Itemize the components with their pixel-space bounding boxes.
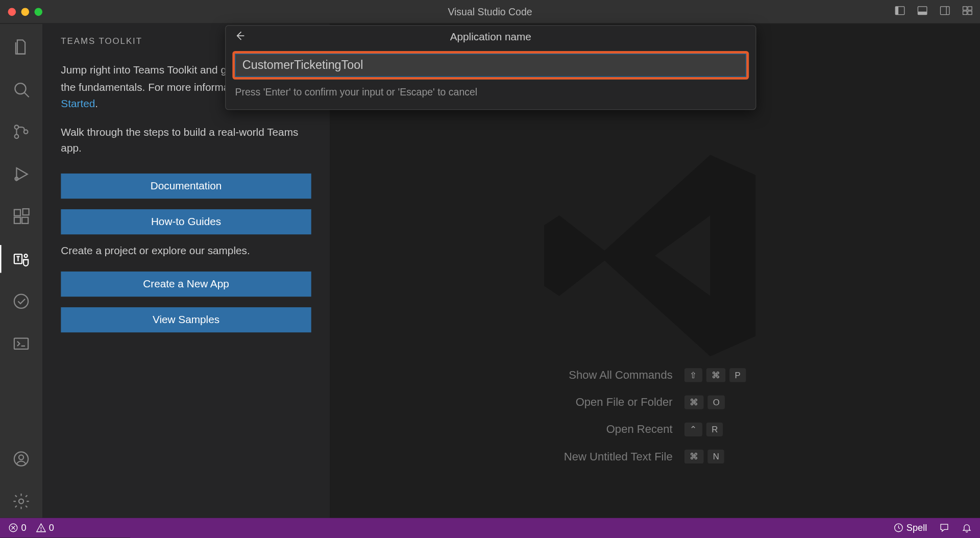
activity-bar: [0, 24, 42, 518]
svg-point-12: [15, 125, 19, 129]
quickpick-hint: Press 'Enter' to confirm your input or '…: [226, 82, 755, 97]
teams-toolkit-icon[interactable]: [0, 242, 42, 276]
window-title: Visual Studio Code: [448, 6, 532, 17]
svg-point-10: [15, 83, 26, 94]
status-errors[interactable]: 0: [8, 523, 27, 533]
shortcut-keys: ⌘ N: [684, 450, 746, 463]
svg-rect-1: [895, 6, 898, 14]
toggle-secondary-sidebar-icon[interactable]: [939, 4, 951, 19]
todo-icon[interactable]: [0, 285, 42, 318]
svg-point-25: [19, 455, 23, 459]
customize-layout-icon[interactable]: [962, 4, 973, 19]
source-control-icon[interactable]: [0, 115, 42, 149]
window-controls: [0, 8, 42, 16]
run-debug-icon[interactable]: [0, 158, 42, 191]
svg-rect-16: [14, 210, 20, 216]
welcome-shortcuts: Show All Commands ⇧ ⌘ P Open File or Fol…: [564, 368, 746, 463]
settings-gear-icon[interactable]: [0, 485, 42, 518]
toggle-panel-icon[interactable]: [916, 4, 928, 19]
application-name-input[interactable]: [235, 54, 747, 77]
back-arrow-icon[interactable]: [234, 30, 246, 44]
documentation-button[interactable]: Documentation: [61, 174, 311, 199]
svg-rect-7: [968, 6, 972, 10]
svg-rect-8: [963, 11, 967, 14]
statusbar: 0 0 Spell: [0, 518, 980, 537]
close-window-button[interactable]: [8, 8, 16, 16]
svg-point-14: [24, 130, 28, 134]
quickpick-dialog: Application name Press 'Enter' to confir…: [225, 25, 756, 110]
svg-rect-9: [968, 11, 972, 14]
create-label: Create a project or explore our samples.: [61, 245, 311, 257]
minimize-window-button[interactable]: [21, 8, 30, 16]
svg-rect-6: [963, 6, 967, 10]
shortcut-keys: ⌘ O: [684, 395, 746, 409]
svg-line-11: [24, 92, 29, 97]
layout-controls: [894, 4, 973, 19]
vscode-watermark-icon: [529, 130, 781, 381]
status-spell[interactable]: Spell: [893, 523, 927, 533]
svg-point-22: [14, 295, 28, 308]
svg-point-26: [19, 499, 23, 504]
shortcut-keys: ⌃ R: [684, 423, 746, 436]
toggle-primary-sidebar-icon[interactable]: [894, 4, 905, 19]
titlebar: Visual Studio Code: [0, 0, 980, 24]
svg-rect-4: [940, 6, 949, 14]
view-samples-button[interactable]: View Samples: [61, 307, 311, 332]
terminal-icon[interactable]: [0, 327, 42, 360]
create-new-app-button[interactable]: Create a New App: [61, 272, 311, 297]
accounts-icon[interactable]: [0, 443, 42, 476]
svg-rect-19: [23, 209, 29, 215]
svg-rect-17: [14, 217, 20, 224]
quickpick-input-highlight: [232, 51, 749, 80]
shortcut-label: Open File or Folder: [564, 396, 673, 409]
shortcut-label: Open Recent: [564, 423, 673, 436]
howto-guides-button[interactable]: How-to Guides: [61, 209, 311, 234]
shortcut-keys: ⇧ ⌘ P: [684, 368, 746, 382]
extensions-icon[interactable]: [0, 200, 42, 233]
svg-point-31: [41, 530, 41, 531]
svg-rect-23: [14, 338, 28, 349]
svg-point-13: [15, 134, 19, 138]
search-icon[interactable]: [0, 73, 42, 106]
walk-text: Walk through the steps to build a real-w…: [61, 125, 311, 156]
quickpick-title: Application name: [254, 31, 728, 43]
svg-point-21: [24, 254, 28, 257]
svg-rect-18: [22, 217, 28, 224]
status-bell-icon[interactable]: [962, 523, 972, 533]
explorer-icon[interactable]: [0, 31, 42, 64]
shortcut-label: New Untitled Text File: [564, 450, 673, 463]
intro-suffix: .: [95, 98, 98, 109]
svg-rect-3: [918, 11, 927, 14]
status-warnings[interactable]: 0: [36, 523, 54, 533]
status-feedback-icon[interactable]: [939, 523, 950, 533]
shortcut-label: Show All Commands: [564, 369, 673, 382]
maximize-window-button[interactable]: [34, 8, 42, 16]
